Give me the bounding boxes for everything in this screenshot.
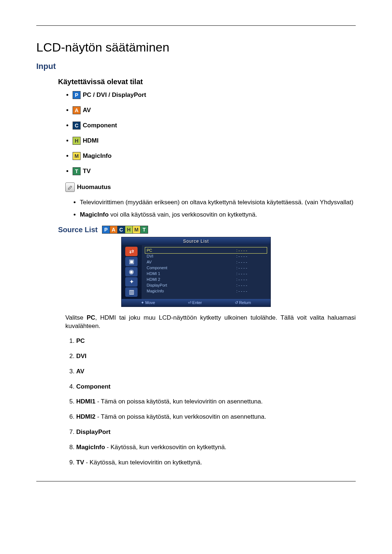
a-icon: A [73,106,81,114]
note-item: Televiovirittimen (myydään erikseen) on … [80,198,356,207]
osd-row: HDMI 1: - - - - [145,271,267,276]
mode-label: PC / DVI / DisplayPort [83,91,146,99]
note-header: Huomautus [65,182,356,192]
note-item: MagicInfo voi olla käytössä vain, jos ve… [80,210,356,219]
h-icon: H [73,137,81,145]
mode-icon-strip: P A C H M T [102,226,148,234]
list-item: Component [76,382,356,391]
p-icon: P [102,226,110,234]
m-icon: M [132,226,140,234]
osd-row: MagicInfo: - - - - [145,288,267,294]
osd-main: PC: - - - - DVI: - - - - AV: - - - - Com… [142,245,270,299]
mode-list: P PC / DVI / DisplayPort A AV C Componen… [36,91,356,175]
source-list-heading: Source List P A C H M T [58,226,356,234]
osd-row: PC: - - - - [145,247,267,253]
mode-item: A AV [73,106,356,114]
top-rule [36,25,356,26]
mode-label: TV [83,168,91,175]
document-page: LCD-näytön säätäminen Input Käytettäviss… [0,0,392,503]
osd-multi-icon: ▥ [125,287,138,297]
mode-item: C Component [73,122,356,130]
list-item: TV - Käytössä, kun televioviritin on kyt… [76,458,356,467]
mode-item: H HDMI [73,137,356,145]
mode-label: MagicInfo [83,152,111,160]
c-icon: C [73,122,81,130]
mode-label: HDMI [83,137,98,144]
osd-row: DVI: - - - - [145,253,267,259]
mode-label: Component [83,122,117,129]
list-item: MagicInfo - Käytössä, kun verkkosovitin … [76,443,356,452]
list-item: DVI [76,352,356,361]
source-list-heading-text: Source List [58,226,98,234]
list-item: PC [76,337,356,345]
osd-picture-icon: ▣ [125,257,138,266]
osd-body: ⇄ ▣ ◉ ✦ ▥ PC: - - - - DVI: - - - - AV: -… [122,245,270,299]
osd-row: DisplayPort: - - - - [145,282,267,288]
m-icon: M [73,152,81,160]
osd-footer-move: ✦ Move [141,300,155,305]
mode-label: AV [83,107,91,114]
note-label: Huomautus [77,184,111,191]
available-modes-heading: Käytettävissä olevat tilat [58,78,356,86]
note-block: Huomautus Televiovirittimen (myydään eri… [65,182,356,219]
osd-input-icon: ⇄ [125,247,138,256]
osd-row: HDMI 2: - - - - [145,276,267,282]
t-icon: T [73,167,81,175]
a-icon: A [110,226,117,234]
bottom-rule [36,481,356,481]
list-item: AV [76,367,356,376]
mode-item: M MagicInfo [73,152,356,160]
note-list: Televiovirittimen (myydään erikseen) on … [65,198,356,219]
osd-setup-icon: ✦ [125,277,138,287]
note-item-bold: MagicInfo [80,211,109,218]
source-numbered-list: PC DVI AV Component HDMI1 - Tämä on pois… [65,337,356,467]
osd-footer: ✦ Move ⏎ Enter ↺ Return [122,299,270,307]
note-icon [65,182,75,192]
input-heading: Input [36,62,356,71]
osd-window: Source List ⇄ ▣ ◉ ✦ ▥ PC: - - - - DVI: -… [121,237,271,307]
osd-footer-enter: ⏎ Enter [188,300,202,305]
note-item-text: voi olla käytössä vain, jos verkkosoviti… [109,211,257,218]
mode-item: P PC / DVI / DisplayPort [73,91,356,99]
osd-screenshot: Source List ⇄ ▣ ◉ ✦ ▥ PC: - - - - DVI: -… [36,237,356,307]
page-title: LCD-näytön säätäminen [36,40,356,54]
p-icon: P [73,91,81,99]
c-icon: C [117,226,125,234]
source-description: Valitse PC, HDMI tai joku muu LCD-näyttö… [65,313,356,331]
osd-sound-icon: ◉ [125,267,138,276]
osd-title: Source List [122,237,270,245]
h-icon: H [125,226,132,234]
list-item: HDMI2 - Tämä on poissa käytöstä, kun ver… [76,413,356,421]
osd-row: AV: - - - - [145,259,267,265]
osd-row: Component: - - - - [145,265,267,271]
osd-sidebar: ⇄ ▣ ◉ ✦ ▥ [122,245,142,299]
osd-footer-return: ↺ Return [235,300,251,305]
list-item: DisplayPort [76,428,356,436]
t-icon: T [140,226,148,234]
mode-item: T TV [73,167,356,175]
list-item: HDMI1 - Tämä on poissa käytöstä, kun tel… [76,397,356,406]
